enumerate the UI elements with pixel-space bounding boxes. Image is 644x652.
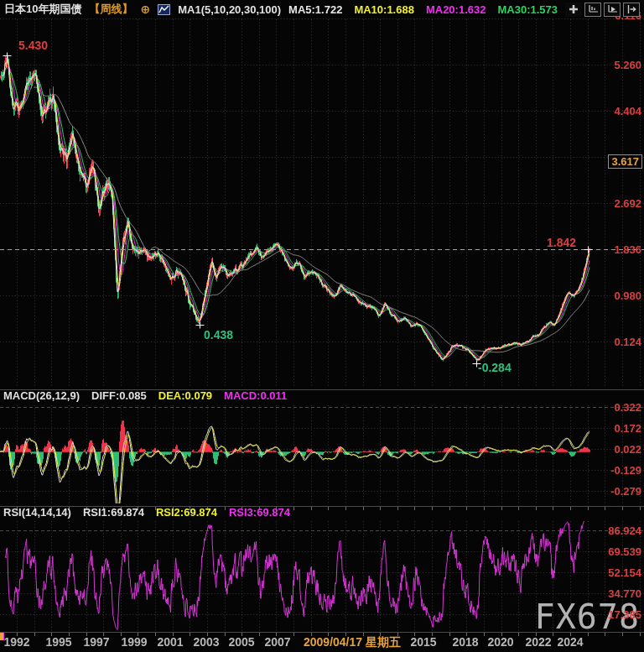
toolbar [565, 3, 640, 17]
time-tick-label: 2022 [525, 635, 551, 649]
chart-type-icon[interactable] [158, 4, 170, 15]
macd-pane-header: MACD(26,12,9)DIFF:0.085DEA:0.079MACD:0.0… [3, 389, 287, 402]
macd-header-part-1: DIFF:0.085 [91, 389, 147, 402]
period-selector[interactable]: 【周线】 [89, 2, 132, 17]
axis-value-label: 86.924 [608, 524, 641, 537]
macd-header-part-0: MACD(26,12,9) [3, 389, 80, 402]
time-tick-label: 2018 [452, 635, 478, 649]
axis-value-label: 34.770 [608, 587, 641, 600]
axis-value-label: 0.322 [614, 401, 641, 414]
time-tick-label: 2003 [193, 635, 219, 649]
zoom-axis-in-icon[interactable] [584, 3, 601, 17]
axis-value-label: 17.385 [608, 608, 641, 621]
axis-value-label: 69.539 [608, 545, 641, 558]
axis-value-label: 0.124 [614, 336, 641, 348]
ma-value-3: MA30:1.573 [497, 3, 558, 16]
zoom-axis-play-icon[interactable] [604, 3, 621, 17]
instrument-title: 日本10年期国债 [4, 2, 81, 17]
axis-value-label: 0.172 [614, 422, 641, 435]
axis-value-label: 0.980 [614, 289, 641, 302]
time-tick-label: 2020 [487, 635, 513, 649]
axis-value-label: -0.129 [610, 464, 641, 477]
time-tick-label: 1999 [121, 635, 147, 649]
time-tick-label: 1995 [45, 635, 71, 649]
price-annotation: 5.430 [18, 39, 48, 52]
time-tick-label: 2005 [228, 635, 254, 649]
shift-right-icon[interactable] [623, 3, 640, 17]
rsi-header-part-1: RSI1:69.874 [83, 506, 144, 519]
time-tick-label: 1992 [3, 635, 29, 649]
axis-value-label: 2.692 [614, 197, 641, 210]
ma-values-group: MA5:1.722MA10:1.688MA20:1.632MA30:1.573 [288, 3, 558, 16]
ma-value-0: MA5:1.722 [288, 3, 342, 16]
axis-value-label: -0.279 [610, 485, 641, 498]
axis-value-label: 5.260 [614, 59, 641, 71]
ma-value-2: MA20:1.632 [426, 3, 486, 16]
rsi-header-part-3: RSI3:69.874 [229, 506, 290, 519]
time-tick-label: 1997 [83, 635, 109, 649]
axis-value-label: 52.154 [608, 566, 641, 579]
macd-header-part-3: MACD:0.011 [224, 389, 287, 402]
move-icon[interactable] [565, 3, 582, 17]
macd-header-part-2: DEA:0.079 [158, 389, 212, 402]
axis-value-label: 1.836 [614, 243, 641, 256]
price-annotation: 0.438 [204, 328, 233, 342]
time-tick-label: 2015 [410, 635, 436, 649]
axis-value-label: 3.617 [608, 154, 642, 169]
time-tick-label: 2024 [557, 635, 583, 649]
rsi-header-part-2: RSI2:69.874 [156, 506, 217, 519]
time-tick-label: 2007 [264, 635, 290, 649]
chart-application: 日本10年期国债 【周线】 ⊕ MA1(5,10,20,30,100) MA5:… [0, 0, 644, 652]
rsi-pane-header: RSI(14,14,14)RSI1:69.874RSI2:69.874RSI3:… [3, 506, 290, 519]
price-annotation: -0.284 [478, 361, 512, 374]
header-bar: 日本10年期国债 【周线】 ⊕ MA1(5,10,20,30,100) MA5:… [0, 0, 644, 18]
axis-value-label: 4.404 [614, 105, 641, 117]
chart-canvas[interactable] [0, 0, 644, 652]
link-icon[interactable]: ⊕ [140, 3, 150, 16]
rsi-header-part-0: RSI(14,14,14) [3, 506, 71, 519]
time-tick-label: 2001 [157, 635, 183, 649]
ma-value-1: MA10:1.688 [354, 3, 414, 16]
price-annotation: 1.842 [547, 236, 576, 249]
axis-value-label: 0.022 [614, 443, 641, 456]
time-tick-label: 2009/04/17 星期五 [304, 635, 401, 650]
ma-group-label: MA1(5,10,20,30,100) [178, 3, 281, 16]
